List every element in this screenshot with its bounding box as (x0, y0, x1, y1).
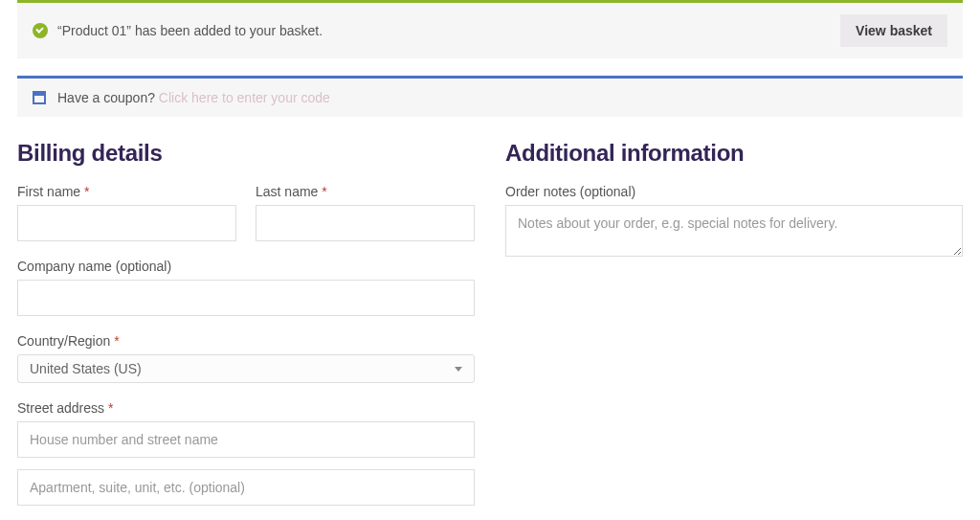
first-name-label: First name * (17, 184, 236, 199)
coupon-bar: Have a coupon? Click here to enter your … (17, 76, 963, 117)
billing-heading: Billing details (17, 140, 475, 167)
check-circle-icon (33, 23, 48, 38)
additional-heading: Additional information (505, 140, 963, 167)
order-notes-label: Order notes (optional) (505, 184, 963, 199)
company-label: Company name (optional) (17, 259, 475, 274)
company-input[interactable] (17, 280, 475, 316)
success-notice: “Product 01” has been added to your bask… (17, 0, 963, 58)
last-name-input[interactable] (256, 205, 475, 241)
order-notes-textarea[interactable] (505, 205, 963, 257)
country-label: Country/Region * (17, 333, 475, 349)
street-label: Street address * (17, 400, 475, 416)
street-address-2-input[interactable] (17, 469, 475, 506)
coupon-link[interactable]: Click here to enter your code (159, 90, 330, 105)
country-select[interactable]: United States (US) (17, 354, 475, 383)
country-value: United States (US) (30, 361, 142, 376)
street-address-1-input[interactable] (17, 421, 475, 458)
additional-column: Additional information Order notes (opti… (505, 140, 963, 520)
notice-message: “Product 01” has been added to your bask… (57, 23, 323, 38)
last-name-label: Last name * (256, 184, 475, 199)
billing-column: Billing details First name * Last name * (17, 140, 475, 520)
first-name-input[interactable] (17, 205, 236, 241)
view-basket-button[interactable]: View basket (840, 14, 947, 47)
coupon-prompt: Have a coupon? (57, 90, 155, 105)
chevron-down-icon (455, 367, 462, 372)
calendar-icon (33, 91, 46, 104)
